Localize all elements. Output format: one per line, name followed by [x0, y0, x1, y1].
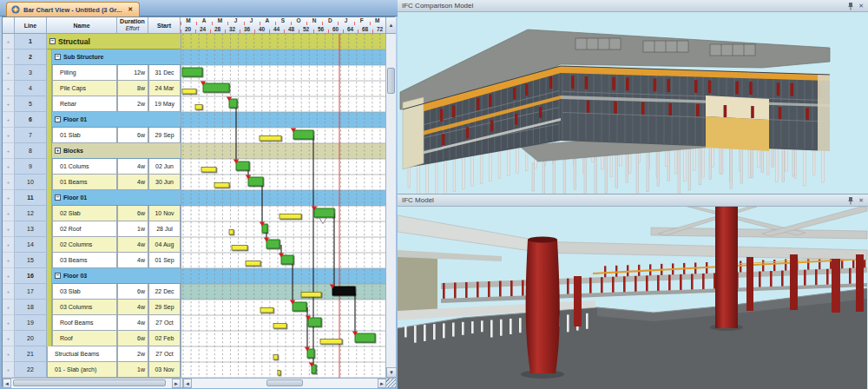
start-cell[interactable]: 24 Mar [148, 81, 181, 96]
line-number[interactable]: 19 [15, 315, 47, 331]
gantt-bar-actual[interactable] [312, 365, 316, 373]
table-row[interactable]: +4Pile Caps8w24 Mar [3, 81, 181, 96]
vertical-scrollbar[interactable]: ▼ [385, 34, 396, 378]
tab-close-icon[interactable]: ✕ [128, 6, 133, 13]
gantt-bar-baseline[interactable] [246, 261, 260, 267]
task-name-cell[interactable]: 01 - Slab (arch) [47, 362, 117, 378]
table-row[interactable]: +2−Sub Structure [3, 49, 181, 65]
pin-icon[interactable] [847, 2, 854, 10]
line-number[interactable]: 3 [15, 65, 47, 81]
gantt-bar-actual[interactable] [307, 349, 314, 358]
duration-cell[interactable]: 6w [117, 128, 148, 143]
line-number[interactable]: 10 [15, 175, 47, 190]
table-row[interactable]: +6−Floor 01 [3, 112, 181, 128]
ifc-model-viewport[interactable] [398, 207, 868, 389]
summary-name[interactable]: Structual [58, 37, 90, 46]
table-row[interactable]: +8+Blocks [3, 143, 181, 159]
start-cell[interactable]: 02 Feb [148, 331, 181, 346]
line-number[interactable]: 16 [15, 268, 47, 284]
gantt-bar-baseline[interactable] [279, 214, 301, 220]
table-row[interactable]: +1402 Columns4w04 Aug [3, 237, 181, 253]
gantt-bar-baseline[interactable] [278, 371, 280, 376]
header-line[interactable]: Line [15, 17, 47, 34]
gantt-bar-actual[interactable] [308, 318, 321, 326]
start-cell[interactable]: 04 Aug [148, 237, 181, 253]
gantt-hscrollbar[interactable]: ◄ ► [182, 379, 385, 388]
collapse-icon[interactable]: − [49, 38, 56, 44]
collapse-icon[interactable]: − [55, 116, 61, 122]
row-marker[interactable]: + [3, 112, 15, 128]
line-number[interactable]: 22 [15, 362, 47, 378]
gantt-bar-actual[interactable] [262, 224, 267, 233]
duration-cell[interactable]: 12w [117, 65, 148, 81]
table-row[interactable]: +1202 Slab6w10 Nov [3, 206, 181, 221]
duration-cell[interactable]: 6w [117, 206, 148, 221]
table-row[interactable]: +21Structual Beams2w27 Oct [3, 346, 181, 362]
row-marker[interactable]: + [3, 237, 15, 253]
line-number[interactable]: 18 [15, 300, 47, 315]
table-scroll-right-button[interactable]: ► [172, 379, 181, 388]
row-marker[interactable]: + [3, 362, 15, 378]
duration-cell[interactable]: 4w [117, 300, 148, 315]
line-number[interactable]: 1 [15, 34, 47, 49]
row-marker[interactable]: + [3, 143, 15, 159]
blocks-row-cell[interactable]: +Blocks [52, 143, 181, 159]
ifc-comparison-viewport[interactable] [398, 12, 868, 194]
gantt-bar-baseline[interactable] [232, 246, 247, 251]
row-marker[interactable]: + [3, 81, 15, 96]
line-number[interactable]: 20 [15, 331, 47, 346]
table-row[interactable]: +901 Colums4w02 Jun [3, 159, 181, 175]
row-marker[interactable]: + [3, 159, 15, 175]
table-row[interactable]: +11−Floor 01 [3, 190, 181, 206]
expand-icon[interactable]: + [55, 148, 61, 154]
row-marker[interactable]: + [3, 96, 15, 112]
start-cell[interactable]: 01 Sep [148, 253, 181, 268]
scroll-up-button[interactable]: ▲ [385, 17, 396, 34]
section-name[interactable]: Floor 01 [63, 194, 87, 201]
table-row[interactable]: +1−Structual [3, 34, 181, 49]
task-name-cell[interactable]: 02 Roof [52, 221, 117, 237]
table-row[interactable]: +1503 Beams4w01 Sep [3, 253, 181, 268]
gantt-bar-actual[interactable] [236, 162, 249, 170]
section-row-cell[interactable]: −Sub Structure [52, 49, 181, 65]
gantt-bar-critical[interactable] [332, 287, 355, 295]
gantt-scroll-thumb[interactable] [266, 379, 303, 386]
gantt-bar-actual[interactable] [182, 68, 202, 76]
gantt-bar-baseline[interactable] [195, 105, 202, 110]
gantt-bar-actual[interactable] [314, 208, 334, 217]
resize-grip[interactable] [385, 378, 396, 387]
start-cell[interactable]: 31 Dec [148, 65, 181, 81]
line-number[interactable]: 15 [15, 253, 47, 268]
section-name[interactable]: Blocks [63, 148, 83, 154]
row-marker[interactable]: + [3, 315, 15, 331]
duration-cell[interactable]: 4w [117, 159, 148, 175]
header-duration[interactable]: Duration Effort [117, 17, 148, 34]
gantt-bar-actual[interactable] [248, 177, 263, 186]
table-row[interactable]: +1703 Slab6w22 Dec [3, 284, 181, 300]
line-number[interactable]: 12 [15, 206, 47, 221]
section-name[interactable]: Floor 03 [63, 273, 87, 279]
row-marker[interactable]: + [3, 206, 15, 221]
start-cell[interactable]: 29 Sep [148, 128, 181, 143]
collapse-icon[interactable]: − [55, 54, 61, 60]
collapse-icon[interactable]: − [55, 273, 61, 279]
table-row[interactable]: +701 Slab6w29 Sep [3, 128, 181, 143]
row-marker[interactable]: + [3, 284, 15, 300]
duration-cell[interactable]: 4w [117, 237, 148, 253]
gantt-bar-baseline[interactable] [214, 183, 229, 188]
header-start[interactable]: Start [148, 17, 181, 34]
gantt-bar-actual[interactable] [355, 333, 375, 342]
gantt-chart[interactable] [181, 34, 385, 378]
duration-cell[interactable]: 1w [117, 362, 148, 378]
row-marker[interactable]: + [3, 190, 15, 206]
row-marker[interactable]: + [3, 300, 15, 315]
gantt-bar-baseline[interactable] [273, 355, 278, 360]
start-cell[interactable]: 22 Dec [148, 284, 181, 300]
table-hscrollbar[interactable]: ◄ ► [3, 379, 181, 388]
task-name-cell[interactable]: 03 Columns [52, 300, 117, 315]
row-marker[interactable]: + [3, 268, 15, 284]
row-marker[interactable]: + [3, 49, 15, 65]
gantt-bar-baseline[interactable] [260, 136, 281, 142]
duration-cell[interactable]: 2w [117, 96, 148, 112]
task-name-cell[interactable]: Structual Beams [47, 346, 117, 362]
